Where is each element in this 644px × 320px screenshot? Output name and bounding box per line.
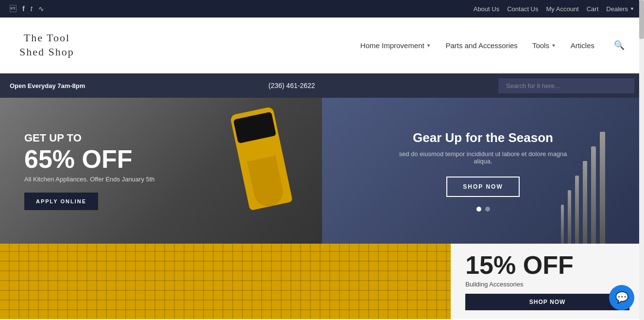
yellow-grid-background [0, 244, 451, 319]
slide-dot-2[interactable] [485, 207, 490, 212]
dealers-link[interactable]: Dealers ▼ [606, 5, 634, 13]
cart-link[interactable]: Cart [587, 5, 599, 13]
contact-us-link[interactable]: Contact Us [507, 5, 538, 13]
rss-icon[interactable]: ∿ [38, 5, 44, 13]
search-area [498, 78, 634, 93]
social-links:  f t ∿ [10, 5, 44, 13]
bottom-shop-now-button[interactable]: SHOP NOW [465, 294, 629, 310]
chevron-down-icon: ▼ [551, 43, 556, 48]
twitter-icon[interactable]: t [31, 5, 33, 13]
facebook-icon[interactable]:  [10, 5, 17, 13]
info-bar: Open Everyday 7am-8pm (236) 461-2622 [0, 73, 644, 98]
about-us-link[interactable]: About Us [474, 5, 499, 13]
nav-home-improvement[interactable]: Home Improvement ▼ [360, 41, 431, 50]
apply-online-button[interactable]: APPLY ONLINE [24, 193, 98, 210]
hero-get-up-to: GET UP TO [24, 132, 298, 144]
shop-now-button[interactable]: SHOP NOW [446, 177, 519, 197]
hero-right-title: Gear Up for the Season [396, 130, 571, 145]
top-nav-links: About Us Contact Us My Account Cart Deal… [474, 5, 634, 13]
slide-dot-1[interactable] [476, 207, 481, 212]
hero-description: All Kitchen Appliances. Offer Ends Janua… [24, 176, 298, 183]
top-bar:  f t ∿ About Us Contact Us My Account C… [0, 0, 644, 18]
nav-articles[interactable]: Articles [571, 41, 594, 50]
hero-left-panel: GET UP TO 65% OFF All Kitchen Appliances… [0, 98, 322, 244]
chat-bubble-button[interactable]: 💬 [609, 285, 634, 310]
hero-right-panel: Gear Up for the Season sed do eiusmod te… [322, 98, 644, 244]
logo[interactable]: The Tool Shed Shop [19, 31, 74, 59]
logo-text: The Tool Shed Shop [19, 31, 74, 59]
chevron-down-icon: ▼ [630, 6, 634, 11]
bottom-promo-image [0, 244, 451, 319]
hero-right-content: Gear Up for the Season sed do eiusmod te… [396, 130, 571, 212]
promo-discount: 15% OFF [465, 252, 629, 278]
scrollbar-track[interactable] [639, 0, 644, 319]
bottom-section: 15% OFF Building Accessories SHOP NOW [0, 244, 644, 319]
main-nav: The Tool Shed Shop Home Improvement ▼ Pa… [0, 18, 644, 73]
chat-icon: 💬 [615, 291, 628, 304]
hero-right-description: sed do eiusmod tempor incididunt ut labo… [396, 150, 571, 165]
phone-number: (236) 461-2622 [269, 82, 315, 89]
search-input[interactable] [498, 78, 634, 93]
promo-category: Building Accessories [465, 281, 629, 288]
my-account-link[interactable]: My Account [546, 5, 579, 13]
nav-parts-accessories[interactable]: Parts and Accessories [445, 41, 517, 50]
search-icon[interactable]: 🔍 [614, 40, 625, 51]
facebook-icon[interactable]: f [22, 5, 25, 13]
hero-section: GET UP TO 65% OFF All Kitchen Appliances… [0, 98, 644, 244]
store-hours: Open Everyday 7am-8pm [10, 82, 85, 89]
main-nav-links: Home Improvement ▼ Parts and Accessories… [360, 40, 625, 51]
nav-tools[interactable]: Tools ▼ [532, 41, 556, 50]
hero-left-content: GET UP TO 65% OFF All Kitchen Appliances… [24, 132, 298, 210]
scrollbar-thumb[interactable] [639, 0, 644, 39]
slide-dots [396, 207, 571, 212]
hero-discount: 65% OFF [24, 146, 298, 172]
chevron-down-icon: ▼ [426, 43, 431, 48]
